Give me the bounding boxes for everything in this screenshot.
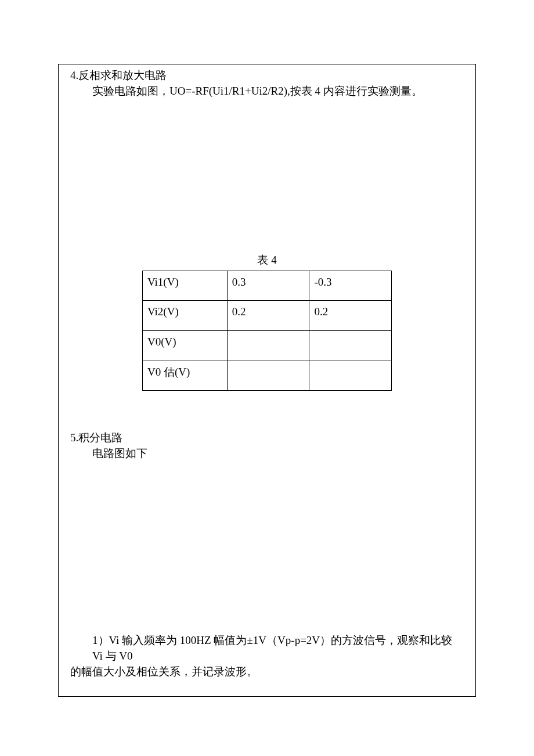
table-row: Vi2(V) 0.2 0.2 xyxy=(143,301,392,331)
table4-row2-label: V0(V) xyxy=(143,330,228,361)
table-row: Vi1(V) 0.3 -0.3 xyxy=(143,271,392,301)
circuit-diagram-placeholder-4 xyxy=(70,99,464,253)
table-row: V0 估(V) xyxy=(143,361,392,391)
table4-row3-label: V0 估(V) xyxy=(143,361,228,391)
table4-row0-label: Vi1(V) xyxy=(143,271,228,301)
table4-row1-label: Vi2(V) xyxy=(143,301,228,331)
spacer xyxy=(70,391,464,430)
table4: Vi1(V) 0.3 -0.3 Vi2(V) 0.2 0.2 V0(V) V0 … xyxy=(142,271,392,391)
section4-description: 实验电路如图，UO=-RF(Ui1/R1+Ui2/R2),按表 4 内容进行实验… xyxy=(70,84,464,99)
table-row: V0(V) xyxy=(143,330,392,361)
section5-body-line2: 的幅值大小及相位关系，并记录波形。 xyxy=(70,664,464,680)
table4-row1-col1: 0.2 xyxy=(227,301,309,331)
page-border: 4.反相求和放大电路 实验电路如图，UO=-RF(Ui1/R1+Ui2/R2),… xyxy=(58,64,476,697)
table4-row2-col2 xyxy=(309,330,392,361)
section5-body-line1: 1）Vi 输入频率为 100HZ 幅值为±1V（Vp-p=2V）的方波信号，观察… xyxy=(70,633,464,664)
table4-row1-col2: 0.2 xyxy=(309,301,392,331)
table4-caption: 表 4 xyxy=(70,253,464,268)
table4-row2-col1 xyxy=(227,330,309,361)
table4-row3-col2 xyxy=(309,361,392,391)
table4-row3-col1 xyxy=(227,361,309,391)
circuit-diagram-placeholder-5 xyxy=(70,461,464,633)
section5-description: 电路图如下 xyxy=(70,446,464,462)
table4-row0-col1: 0.3 xyxy=(227,271,309,301)
section4-title: 4.反相求和放大电路 xyxy=(70,68,464,84)
table4-row0-col2: -0.3 xyxy=(309,271,392,301)
section5-title: 5.积分电路 xyxy=(70,430,464,446)
